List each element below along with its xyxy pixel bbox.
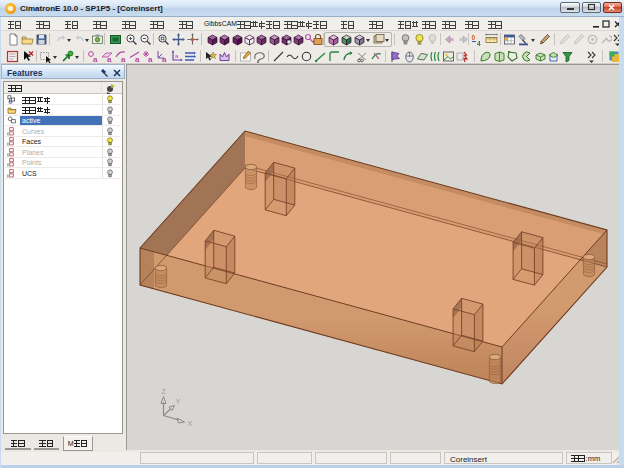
svg-text:Y: Y bbox=[176, 398, 181, 405]
svg-text:a: a bbox=[135, 55, 140, 63]
svg-text:0: 0 bbox=[472, 34, 476, 41]
svg-text:a: a bbox=[162, 55, 167, 63]
svg-text:a: a bbox=[93, 55, 98, 63]
svg-text:a: a bbox=[175, 53, 179, 59]
svg-text:4: 4 bbox=[477, 40, 481, 47]
svg-text:Z: Z bbox=[162, 388, 167, 395]
svg-text:a: a bbox=[148, 55, 153, 63]
svg-text:X: X bbox=[188, 420, 193, 427]
svg-text:a: a bbox=[121, 55, 126, 63]
svg-text:a: a bbox=[107, 55, 112, 63]
